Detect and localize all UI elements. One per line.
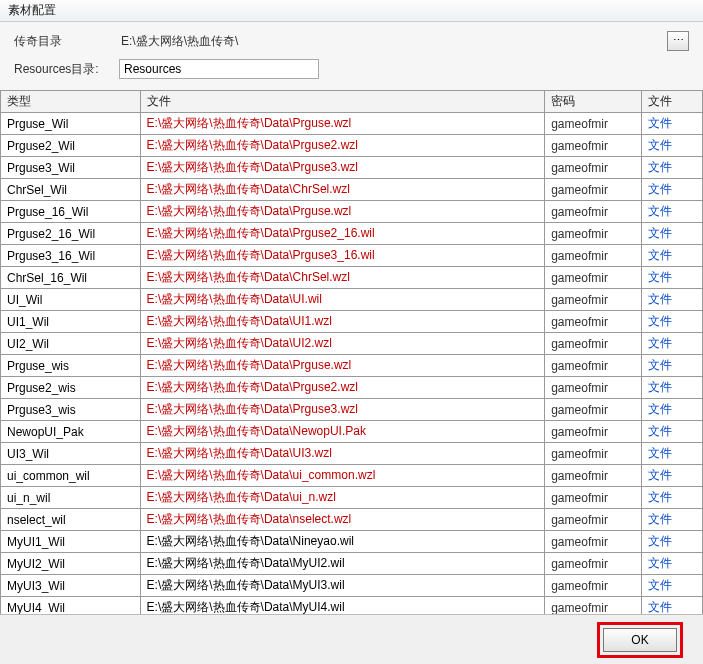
- table-row[interactable]: NewopUI_PakE:\盛大网络\热血传奇\Data\NewopUI.Pak…: [1, 421, 703, 443]
- cell-file[interactable]: E:\盛大网络\热血传奇\Data\MyUI3.wil: [140, 575, 545, 597]
- cell-file[interactable]: E:\盛大网络\热血传奇\Data\Prguse3.wzl: [140, 399, 545, 421]
- cell-password[interactable]: gameofmir: [545, 421, 642, 443]
- table-row[interactable]: Prguse3_WilE:\盛大网络\热血传奇\Data\Prguse3.wzl…: [1, 157, 703, 179]
- cell-file[interactable]: E:\盛大网络\热血传奇\Data\ui_n.wzl: [140, 487, 545, 509]
- ok-button[interactable]: OK: [603, 628, 677, 652]
- cell-file[interactable]: E:\盛大网络\热血传奇\Data\ChrSel.wzl: [140, 179, 545, 201]
- cell-password[interactable]: gameofmir: [545, 575, 642, 597]
- cell-password[interactable]: gameofmir: [545, 135, 642, 157]
- cell-action-link[interactable]: 文件: [642, 333, 703, 355]
- table-row[interactable]: Prguse2_16_WilE:\盛大网络\热血传奇\Data\Prguse2_…: [1, 223, 703, 245]
- cell-action-link[interactable]: 文件: [642, 179, 703, 201]
- browse-button[interactable]: ⋯: [667, 31, 689, 51]
- cell-file[interactable]: E:\盛大网络\热血传奇\Data\UI3.wzl: [140, 443, 545, 465]
- cell-type[interactable]: UI1_Wil: [1, 311, 141, 333]
- cell-password[interactable]: gameofmir: [545, 311, 642, 333]
- table-row[interactable]: ChrSel_WilE:\盛大网络\热血传奇\Data\ChrSel.wzlga…: [1, 179, 703, 201]
- cell-action-link[interactable]: 文件: [642, 531, 703, 553]
- cell-password[interactable]: gameofmir: [545, 443, 642, 465]
- cell-type[interactable]: Prguse3_Wil: [1, 157, 141, 179]
- cell-type[interactable]: ui_common_wil: [1, 465, 141, 487]
- cell-action-link[interactable]: 文件: [642, 487, 703, 509]
- resources-input[interactable]: [119, 59, 319, 79]
- cell-action-link[interactable]: 文件: [642, 553, 703, 575]
- table-row[interactable]: Prguse3_wisE:\盛大网络\热血传奇\Data\Prguse3.wzl…: [1, 399, 703, 421]
- table-row[interactable]: MyUI2_WilE:\盛大网络\热血传奇\Data\MyUI2.wilgame…: [1, 553, 703, 575]
- cell-action-link[interactable]: 文件: [642, 399, 703, 421]
- cell-action-link[interactable]: 文件: [642, 575, 703, 597]
- cell-password[interactable]: gameofmir: [545, 179, 642, 201]
- table-row[interactable]: nselect_wilE:\盛大网络\热血传奇\Data\nselect.wzl…: [1, 509, 703, 531]
- cell-password[interactable]: gameofmir: [545, 333, 642, 355]
- cell-action-link[interactable]: 文件: [642, 157, 703, 179]
- cell-action-link[interactable]: 文件: [642, 421, 703, 443]
- cell-type[interactable]: Prguse2_16_Wil: [1, 223, 141, 245]
- cell-type[interactable]: MyUI1_Wil: [1, 531, 141, 553]
- header-file[interactable]: 文件: [140, 91, 545, 113]
- cell-action-link[interactable]: 文件: [642, 267, 703, 289]
- cell-file[interactable]: E:\盛大网络\热血传奇\Data\Prguse2.wzl: [140, 377, 545, 399]
- table-row[interactable]: Prguse_16_WilE:\盛大网络\热血传奇\Data\Prguse.wz…: [1, 201, 703, 223]
- cell-type[interactable]: ChrSel_16_Wil: [1, 267, 141, 289]
- cell-action-link[interactable]: 文件: [642, 509, 703, 531]
- cell-file[interactable]: E:\盛大网络\热血传奇\Data\MyUI2.wil: [140, 553, 545, 575]
- cell-file[interactable]: E:\盛大网络\热血传奇\Data\NewopUI.Pak: [140, 421, 545, 443]
- cell-action-link[interactable]: 文件: [642, 465, 703, 487]
- cell-type[interactable]: Prguse_16_Wil: [1, 201, 141, 223]
- cell-action-link[interactable]: 文件: [642, 355, 703, 377]
- table-row[interactable]: Prguse2_wisE:\盛大网络\热血传奇\Data\Prguse2.wzl…: [1, 377, 703, 399]
- cell-file[interactable]: E:\盛大网络\热血传奇\Data\nselect.wzl: [140, 509, 545, 531]
- cell-type[interactable]: Prguse3_16_Wil: [1, 245, 141, 267]
- cell-password[interactable]: gameofmir: [545, 399, 642, 421]
- table-row[interactable]: ui_n_wilE:\盛大网络\热血传奇\Data\ui_n.wzlgameof…: [1, 487, 703, 509]
- cell-file[interactable]: E:\盛大网络\热血传奇\Data\Prguse.wzl: [140, 113, 545, 135]
- table-row[interactable]: MyUI3_WilE:\盛大网络\热血传奇\Data\MyUI3.wilgame…: [1, 575, 703, 597]
- table-row[interactable]: Prguse_wisE:\盛大网络\热血传奇\Data\Prguse.wzlga…: [1, 355, 703, 377]
- cell-file[interactable]: E:\盛大网络\热血传奇\Data\Prguse2.wzl: [140, 135, 545, 157]
- cell-type[interactable]: Prguse3_wis: [1, 399, 141, 421]
- cell-type[interactable]: UI2_Wil: [1, 333, 141, 355]
- cell-type[interactable]: Prguse2_wis: [1, 377, 141, 399]
- cell-file[interactable]: E:\盛大网络\热血传奇\Data\ui_common.wzl: [140, 465, 545, 487]
- cell-file[interactable]: E:\盛大网络\热血传奇\Data\Nineyao.wil: [140, 531, 545, 553]
- cell-type[interactable]: Prguse_Wil: [1, 113, 141, 135]
- cell-type[interactable]: Prguse_wis: [1, 355, 141, 377]
- table-row[interactable]: ui_common_wilE:\盛大网络\热血传奇\Data\ui_common…: [1, 465, 703, 487]
- cell-password[interactable]: gameofmir: [545, 245, 642, 267]
- cell-password[interactable]: gameofmir: [545, 509, 642, 531]
- cell-password[interactable]: gameofmir: [545, 113, 642, 135]
- cell-action-link[interactable]: 文件: [642, 135, 703, 157]
- cell-type[interactable]: Prguse2_Wil: [1, 135, 141, 157]
- table-row[interactable]: UI1_WilE:\盛大网络\热血传奇\Data\UI1.wzlgameofmi…: [1, 311, 703, 333]
- cell-action-link[interactable]: 文件: [642, 377, 703, 399]
- cell-type[interactable]: NewopUI_Pak: [1, 421, 141, 443]
- cell-type[interactable]: UI_Wil: [1, 289, 141, 311]
- table-row[interactable]: ChrSel_16_WilE:\盛大网络\热血传奇\Data\ChrSel.wz…: [1, 267, 703, 289]
- cell-type[interactable]: MyUI3_Wil: [1, 575, 141, 597]
- cell-action-link[interactable]: 文件: [642, 289, 703, 311]
- cell-password[interactable]: gameofmir: [545, 487, 642, 509]
- cell-action-link[interactable]: 文件: [642, 245, 703, 267]
- table-row[interactable]: UI2_WilE:\盛大网络\热血传奇\Data\UI2.wzlgameofmi…: [1, 333, 703, 355]
- cell-password[interactable]: gameofmir: [545, 223, 642, 245]
- cell-action-link[interactable]: 文件: [642, 113, 703, 135]
- table-row[interactable]: UI_WilE:\盛大网络\热血传奇\Data\UI.wilgameofmir文…: [1, 289, 703, 311]
- cell-file[interactable]: E:\盛大网络\热血传奇\Data\Prguse3.wzl: [140, 157, 545, 179]
- table-row[interactable]: Prguse2_WilE:\盛大网络\热血传奇\Data\Prguse2.wzl…: [1, 135, 703, 157]
- cell-action-link[interactable]: 文件: [642, 311, 703, 333]
- cell-password[interactable]: gameofmir: [545, 201, 642, 223]
- cell-password[interactable]: gameofmir: [545, 289, 642, 311]
- header-pwd[interactable]: 密码: [545, 91, 642, 113]
- header-action[interactable]: 文件: [642, 91, 703, 113]
- cell-type[interactable]: MyUI2_Wil: [1, 553, 141, 575]
- cell-type[interactable]: ChrSel_Wil: [1, 179, 141, 201]
- cell-file[interactable]: E:\盛大网络\热血传奇\Data\Prguse.wzl: [140, 355, 545, 377]
- cell-file[interactable]: E:\盛大网络\热血传奇\Data\UI.wil: [140, 289, 545, 311]
- table-row[interactable]: Prguse3_16_WilE:\盛大网络\热血传奇\Data\Prguse3_…: [1, 245, 703, 267]
- cell-file[interactable]: E:\盛大网络\热血传奇\Data\Prguse.wzl: [140, 201, 545, 223]
- cell-type[interactable]: UI3_Wil: [1, 443, 141, 465]
- cell-password[interactable]: gameofmir: [545, 531, 642, 553]
- cell-type[interactable]: ui_n_wil: [1, 487, 141, 509]
- cell-action-link[interactable]: 文件: [642, 443, 703, 465]
- table-row[interactable]: MyUI1_WilE:\盛大网络\热血传奇\Data\Nineyao.wilga…: [1, 531, 703, 553]
